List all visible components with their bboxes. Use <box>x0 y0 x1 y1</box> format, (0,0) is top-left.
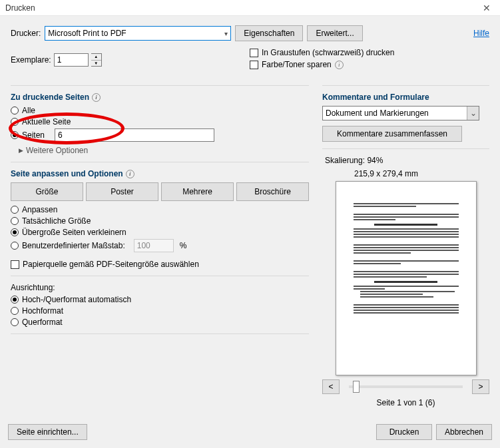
printer-label: Drucker: <box>11 29 41 38</box>
savetoner-label: Farbe/Toner sparen <box>262 60 332 69</box>
tab-size[interactable]: Größe <box>11 182 83 201</box>
checkbox-icon <box>250 49 258 57</box>
pages-group-title: Zu druckende Seiten <box>11 93 89 102</box>
info-icon: i <box>335 61 344 69</box>
fit-group-title: Seite anpassen und Optionen <box>11 169 123 178</box>
radio-custom[interactable]: Benutzerdefinierter Maßstab: % <box>11 239 309 252</box>
cancel-button[interactable]: Abbrechen <box>436 424 492 440</box>
print-button[interactable]: Drucken <box>376 424 432 440</box>
radio-all[interactable]: Alle <box>11 106 309 115</box>
radio-shrink[interactable]: Übergroße Seiten verkleinern <box>11 228 309 237</box>
scaling-label: Skalierung: <box>325 156 365 165</box>
printer-select[interactable]: Microsoft Print to PDF <box>45 26 231 41</box>
page-slider[interactable] <box>349 385 463 388</box>
tab-multiple[interactable]: Mehrere <box>161 182 234 201</box>
copies-label: Exemplare: <box>11 55 51 65</box>
tab-poster[interactable]: Poster <box>86 182 158 201</box>
radio-fit[interactable]: Anpassen <box>11 205 309 214</box>
paper-source-checkbox[interactable]: Papierquelle gemäß PDF-Seitengröße auswä… <box>11 260 309 269</box>
printer-selected: Microsoft Print to PDF <box>48 29 126 38</box>
summarize-button[interactable]: Kommentare zusammenfassen <box>322 126 462 142</box>
window-title: Drucken <box>5 3 35 13</box>
chevron-right-icon: ▶ <box>19 147 23 154</box>
radio-orient-auto[interactable]: Hoch-/Querformat automatisch <box>11 295 309 304</box>
close-icon[interactable]: ✕ <box>479 1 495 15</box>
more-options[interactable]: ▶ Weitere Optionen <box>19 146 309 155</box>
advanced-button[interactable]: Erweitert... <box>307 25 362 41</box>
grayscale-label: In Graustufen (schwarzweiß) drucken <box>262 48 394 57</box>
paper-source-label: Papierquelle gemäß PDF-Seitengröße auswä… <box>23 260 199 269</box>
preview-dimensions: 215,9 x 279,4 mm <box>354 169 489 178</box>
tab-booklet[interactable]: Broschüre <box>236 182 309 201</box>
radio-current[interactable]: Aktuelle Seite <box>11 117 309 126</box>
slider-thumb[interactable] <box>353 381 360 393</box>
info-icon: i <box>92 93 101 102</box>
page-info: Seite 1 von 1 (6) <box>322 398 489 407</box>
copies-input[interactable]: 1 <box>54 53 89 67</box>
copies-spinner[interactable]: ▲▼ <box>91 53 102 67</box>
radio-orient-portrait[interactable]: Hochformat <box>11 306 309 316</box>
savetoner-checkbox[interactable]: Farbe/Toner sparen i <box>250 60 489 69</box>
preview-page <box>336 181 477 375</box>
next-page-button[interactable]: > <box>472 379 489 394</box>
prev-page-button[interactable]: < <box>322 379 340 394</box>
grayscale-checkbox[interactable]: In Graustufen (schwarzweiß) drucken <box>250 48 489 57</box>
radio-actual[interactable]: Tatsächliche Größe <box>11 216 309 226</box>
scaling-value: 94% <box>367 156 383 165</box>
checkbox-icon <box>250 61 258 69</box>
checkbox-icon <box>11 260 19 269</box>
pages-input[interactable] <box>55 128 214 142</box>
radio-orient-landscape[interactable]: Querformat <box>11 318 309 327</box>
comments-title: Kommentare und Formulare <box>322 93 489 102</box>
radio-pages[interactable]: Seiten <box>11 128 309 142</box>
help-link[interactable]: Hilfe <box>473 29 489 38</box>
comments-select[interactable]: Dokument und Markierungen <box>322 106 479 120</box>
orientation-title: Ausrichtung: <box>11 283 309 292</box>
info-icon: i <box>126 170 134 178</box>
page-setup-button[interactable]: Seite einrichten... <box>8 424 87 440</box>
properties-button[interactable]: Eigenschaften <box>235 25 303 41</box>
custom-scale-input <box>134 239 174 252</box>
percent-label: % <box>180 241 187 250</box>
